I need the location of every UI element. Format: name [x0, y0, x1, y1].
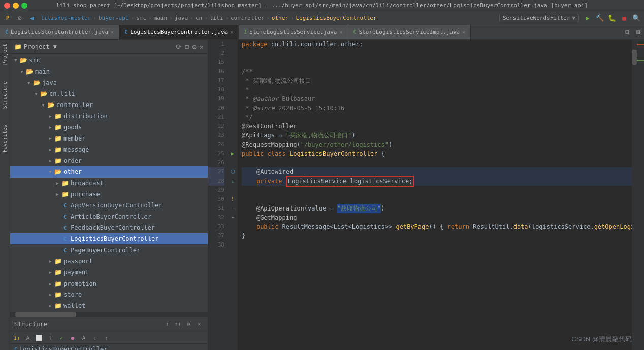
tree-item-logistics-buyer[interactable]: C LogisticsBuyerController — [10, 233, 208, 244]
editor-scrollbar[interactable] — [632, 40, 637, 350]
structure-title: Structure — [14, 321, 47, 328]
breadcrumb-item-7[interactable]: lili — [210, 15, 223, 21]
ln-25: 25 — [208, 149, 224, 158]
struct-icon-5[interactable]: ✓ — [57, 333, 66, 342]
breadcrumb-item-6[interactable]: cn — [196, 15, 202, 21]
sidebar-scrollbar-thumb[interactable] — [15, 312, 76, 317]
code-line-28: private LogisticsService logisticsServic… — [242, 177, 632, 186]
tree-item-wallet[interactable]: ▶ 📁 wallet — [10, 300, 208, 311]
run-button[interactable]: ▶ — [582, 13, 593, 24]
build-button[interactable]: 🔨 — [594, 13, 605, 24]
close-tab-icon[interactable]: ✕ — [462, 29, 465, 35]
close-tab-icon[interactable]: ✕ — [111, 29, 114, 35]
stop-button[interactable]: ■ — [619, 13, 630, 24]
struct-icon-6[interactable]: ● — [68, 333, 77, 342]
tree-item-order[interactable]: ▶ 📁 order — [10, 155, 208, 166]
project-icon[interactable]: P — [2, 13, 13, 24]
vtab-favorites[interactable]: Favorites — [1, 123, 9, 154]
tree-item-store[interactable]: ▶ 📁 store — [10, 289, 208, 300]
collapse-gutter-icon[interactable]: − — [228, 204, 238, 213]
scrollbar-thumb[interactable] — [632, 50, 637, 65]
settings-icon[interactable]: ⚙ — [184, 320, 193, 329]
back-btn[interactable]: ◀ — [26, 13, 38, 24]
tree-item-article[interactable]: C ArticleBuyerController — [10, 211, 208, 222]
tree-item-message[interactable]: ▶ 📁 message — [10, 144, 208, 155]
debug-button[interactable]: 🐛 — [606, 13, 618, 24]
tree-item-page[interactable]: C PageBuyerController — [10, 244, 208, 256]
tab-logistics-buyer[interactable]: C LogisticsBuyerController.java ✕ — [119, 25, 239, 40]
close-button[interactable] — [4, 3, 10, 9]
breadcrumb-item-8[interactable]: controller — [231, 15, 264, 21]
close-tab-icon[interactable]: ✕ — [230, 29, 233, 35]
structure-filter-bar: 1↓ A ⬜ f ✓ ● A ↓ ↑ — [10, 332, 208, 344]
tree-label: FeedbackBuyerController — [71, 224, 155, 231]
struct-icon-8[interactable]: ↓ — [90, 333, 100, 342]
sort-alpha-icon[interactable]: ↑↓ — [173, 320, 182, 329]
breadcrumb-item-9[interactable]: other — [272, 15, 288, 21]
collapse-icon[interactable]: ⊟ — [185, 43, 189, 51]
tree-item-cnlili[interactable]: ▼ 📂 cn.lili — [10, 88, 208, 99]
tree-item-distribution[interactable]: ▶ 📁 distribution — [10, 111, 208, 122]
tree-item-other[interactable]: ▼ 📂 other — [10, 166, 208, 178]
tree-label: LogisticsBuyerController — [71, 235, 158, 242]
tree-item-src[interactable]: ▼ 📂 src — [10, 55, 208, 66]
sensitive-words-filter[interactable]: SensitiveWordsFilter ▼ — [499, 14, 579, 22]
minimize-button[interactable] — [13, 3, 19, 9]
breadcrumb-item-4[interactable]: main — [154, 15, 168, 21]
tree-item-member[interactable]: ▶ 📁 member — [10, 133, 208, 144]
close-sidebar-icon[interactable]: ✕ — [200, 43, 204, 51]
struct-icon-1[interactable]: 1↓ — [12, 333, 21, 342]
tab-label: StoreLogisticsService.java — [249, 29, 337, 36]
sync-icon[interactable]: ⟳ — [176, 43, 182, 51]
arrow-icon: ▶ — [47, 292, 54, 297]
struct-item-class[interactable]: C LogisticsBuyerController — [10, 344, 208, 350]
tree-item-broadcast[interactable]: ▶ 📁 broadcast — [10, 178, 208, 189]
editor-split-btn[interactable]: ⊟ — [622, 27, 633, 38]
breadcrumb-item-3[interactable]: src — [136, 15, 146, 21]
code-editor[interactable]: package cn.lili.controller.other; /** * … — [238, 40, 632, 350]
tree-item-controller[interactable]: ▼ 📂 controller — [10, 99, 208, 111]
breadcrumb-item-5[interactable]: java — [175, 15, 188, 21]
gear-icon[interactable]: ⚙ — [192, 43, 196, 51]
tree-item-payment[interactable]: ▶ 📁 payment — [10, 267, 208, 278]
maximize-button[interactable] — [21, 3, 27, 9]
tab-logistics-store[interactable]: C LogisticsStoreController.java ✕ — [0, 25, 119, 40]
struct-icon-7[interactable]: A — [79, 333, 88, 342]
editor-split-v-btn[interactable]: ⊠ — [633, 27, 644, 38]
tree-item-main[interactable]: ▼ 📂 main — [10, 66, 208, 77]
vtab-structure[interactable]: Structure — [1, 79, 9, 111]
run-gutter-icon[interactable]: ▶ — [228, 149, 238, 158]
sort-icon[interactable]: ↕ — [163, 320, 172, 329]
struct-icon-3[interactable]: ⬜ — [35, 333, 44, 342]
tab-store-logistics-service[interactable]: I StoreLogisticsService.java ✕ — [239, 25, 348, 40]
tree-item-java[interactable]: ▼ 📂 java — [10, 77, 208, 88]
inject-gutter-icon[interactable]: ↓ — [228, 177, 238, 186]
tree-item-passport[interactable]: ▶ 📁 passport — [10, 256, 208, 267]
breadcrumb-item-1[interactable]: lilishop-master — [41, 15, 91, 21]
ln-28: 28 — [208, 177, 224, 186]
tree-item-purchase[interactable]: ▶ 📁 purchase — [10, 189, 208, 200]
autowired-gutter-icon[interactable]: ⬡ — [228, 167, 238, 177]
tree-item-appversion[interactable]: C AppVersionBuyerController — [10, 200, 208, 211]
tree-label: AppVersionBuyerController — [71, 202, 163, 209]
struct-icon-2[interactable]: A — [23, 333, 33, 342]
struct-icon-9[interactable]: ↑ — [102, 333, 111, 342]
tree-label: wallet — [63, 302, 85, 309]
ln-22: 22 — [208, 122, 224, 131]
struct-icon-4[interactable]: f — [46, 333, 55, 342]
search-button[interactable]: 🔍 — [631, 13, 642, 24]
close-tab-icon[interactable]: ✕ — [339, 29, 342, 35]
tree-item-promotion[interactable]: ▶ 📁 promotion — [10, 278, 208, 289]
code-line-20: * @since 2020-05-5 15:10:16 — [242, 103, 632, 113]
vtab-project[interactable]: Project — [1, 42, 9, 67]
close-structure-icon[interactable]: ✕ — [195, 320, 204, 329]
breadcrumb-item-10[interactable]: LogisticsBuyerController — [296, 15, 377, 21]
collapse-gutter-icon-2[interactable]: − — [228, 213, 238, 222]
sidebar-scrollbar-h[interactable] — [10, 312, 208, 317]
tab-store-logistics-impl[interactable]: C StoreLogisticsServiceImpl.java ✕ — [348, 25, 471, 40]
settings-btn[interactable]: ⚙ — [14, 13, 25, 24]
breadcrumb-item-2[interactable]: buyer-api — [99, 15, 129, 21]
tree-item-feedback[interactable]: C FeedbackBuyerController — [10, 222, 208, 233]
tree-item-goods[interactable]: ▶ 📁 goods — [10, 122, 208, 133]
folder-icon: 📁 — [54, 146, 62, 153]
